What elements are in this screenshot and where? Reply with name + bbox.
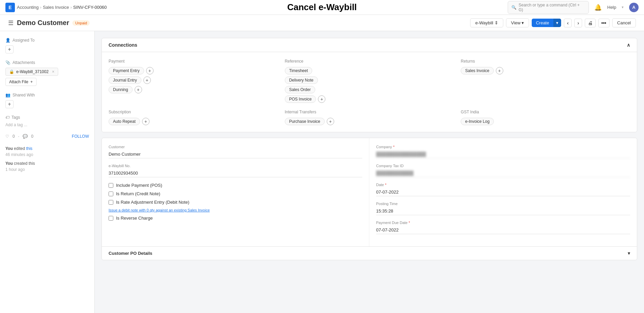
- payment-tags: Payment Entry +: [109, 67, 278, 74]
- conn-tag-timesheet[interactable]: Timesheet: [285, 67, 313, 74]
- connections-panel: Connections ∧ Payment Payment Entry +: [101, 38, 637, 132]
- posting-time-label: Posting Time: [376, 202, 630, 206]
- attachment-item[interactable]: 🔒 e-Waybill_371002 ×: [5, 68, 58, 76]
- add-tag-placeholder[interactable]: Add a tag ...: [5, 122, 89, 127]
- date-value[interactable]: 07-07-2022: [376, 188, 630, 196]
- subscription-tags: Auto Repeat +: [109, 118, 278, 125]
- add-shared-button[interactable]: +: [5, 100, 14, 108]
- payment-section: Payment Payment Entry + Journal Entry + …: [109, 59, 278, 103]
- add-return-button[interactable]: +: [496, 67, 503, 74]
- social-section: ♡ 0 · 💬 0 FOLLOW: [5, 134, 89, 139]
- customer-po-header[interactable]: Customer PO Details ▾: [102, 246, 637, 260]
- conn-tag-dunning[interactable]: Dunning: [109, 86, 133, 93]
- remove-attachment-icon[interactable]: ×: [52, 69, 54, 74]
- shared-icon: 👥: [5, 93, 10, 97]
- view-button[interactable]: View ▾: [506, 18, 529, 27]
- assigned-to-label: 👤 Assigned To: [5, 38, 89, 43]
- help-button[interactable]: Help: [607, 5, 616, 10]
- search-icon: 🔍: [511, 5, 516, 10]
- more-button[interactable]: •••: [598, 19, 610, 27]
- is-reverse-charge-checkbox[interactable]: [109, 216, 113, 221]
- customer-label: Customer: [109, 145, 362, 149]
- conn-tag-purchase-invoice[interactable]: Purchase Invoice: [285, 118, 325, 125]
- add-dunning-button[interactable]: +: [135, 86, 142, 93]
- print-button[interactable]: 🖨: [585, 19, 596, 27]
- app-icon[interactable]: E: [5, 3, 15, 12]
- tags-section: 🏷 Tags Add a tag ...: [5, 115, 89, 127]
- customer-row: Customer Demo Customer: [109, 145, 362, 158]
- top-nav-right: 🔍 Search or type a command (Ctrl + G) 🔔 …: [508, 1, 639, 14]
- doc-actions: e-Waybill ⇕ View ▾ Create ▾ ‹ › 🖨 ••• Ca…: [470, 18, 636, 27]
- modal-title-area: Cancel e-Waybill: [287, 2, 357, 13]
- attach-file-button[interactable]: Attach File +: [5, 78, 37, 86]
- conn-tag-delivery-note[interactable]: Delivery Note: [285, 76, 318, 84]
- breadcrumb-accounting[interactable]: Accounting: [17, 5, 39, 10]
- activity-item-2: You created this 1 hour ago: [5, 160, 89, 173]
- shared-with-label: 👥 Shared With: [5, 93, 89, 97]
- add-internal-transfer-button[interactable]: +: [327, 118, 334, 125]
- conn-tag-auto-repeat[interactable]: Auto Repeat: [109, 118, 140, 125]
- conn-tag-sales-order[interactable]: Sales Order: [285, 86, 315, 93]
- reference-tags-3: Sales Order: [285, 86, 454, 93]
- status-badge: Unpaid: [72, 20, 90, 26]
- conn-tag-journal-entry[interactable]: Journal Entry: [109, 76, 141, 84]
- payment-tags-2: Journal Entry +: [109, 76, 278, 84]
- create-button-arrow[interactable]: ▾: [553, 19, 561, 27]
- breadcrumb-doc-id[interactable]: SINV-CFY-00060: [73, 5, 107, 10]
- is-return-checkbox[interactable]: [109, 192, 113, 196]
- payment-tags-3: Dunning +: [109, 86, 278, 93]
- is-rate-adjustment-checkbox[interactable]: [109, 200, 113, 205]
- include-payment-checkbox[interactable]: [109, 183, 113, 188]
- posting-time-value[interactable]: 15:35:28: [376, 207, 630, 215]
- add-payment-entry-button[interactable]: +: [146, 67, 154, 74]
- payment-due-date-value[interactable]: 07-07-2022: [376, 226, 630, 234]
- connections-collapse-icon[interactable]: ∧: [627, 42, 630, 48]
- is-reverse-charge-row: Is Reverse Charge: [109, 216, 362, 221]
- conn-tag-pos-invoice[interactable]: POS Invoice: [285, 95, 316, 103]
- add-journal-entry-button[interactable]: +: [143, 76, 151, 84]
- notification-icon[interactable]: 🔔: [594, 4, 602, 11]
- create-button-main[interactable]: Create: [532, 19, 553, 27]
- tag-icon: 🏷: [5, 115, 9, 120]
- activity-time-1: 46 minutes ago: [5, 152, 33, 157]
- company-tax-id-value[interactable]: ████████████: [376, 169, 630, 177]
- subscription-title: Subscription: [109, 110, 278, 114]
- next-button[interactable]: ›: [574, 19, 582, 27]
- conn-tag-sales-invoice-return[interactable]: Sales Invoice: [461, 67, 493, 74]
- ewaybill-chevron-icon: ⇕: [495, 20, 498, 25]
- company-tax-id-label: Company Tax ID: [376, 164, 630, 168]
- add-assignee-button[interactable]: +: [5, 45, 14, 53]
- connections-body: Payment Payment Entry + Journal Entry + …: [102, 52, 637, 132]
- breadcrumb-area: E Accounting › Sales Invoice › SINV-CFY-…: [5, 3, 107, 12]
- sidebar: 👤 Assigned To + 📎 Attachments 🔒 e-Waybil…: [0, 31, 95, 313]
- cancel-button[interactable]: Cancel: [612, 18, 636, 27]
- is-return-row: Is Return (Credit Note): [109, 191, 362, 196]
- comment-icon: 💬: [23, 134, 28, 139]
- ewaybill-button[interactable]: e-Waybill ⇕: [470, 18, 503, 27]
- is-reverse-charge-label: Is Reverse Charge: [116, 216, 153, 221]
- follow-button[interactable]: FOLLOW: [72, 134, 89, 139]
- connections-header: Connections ∧: [102, 38, 637, 52]
- activity-item-1: You edited this 46 minutes ago: [5, 146, 89, 158]
- returns-section: Returns Sales Invoice +: [461, 59, 630, 103]
- view-chevron-icon: ▾: [522, 20, 524, 25]
- add-subscription-button[interactable]: +: [142, 118, 150, 125]
- conn-tag-payment-entry[interactable]: Payment Entry: [109, 67, 144, 74]
- reference-tags-2: Delivery Note: [285, 76, 454, 84]
- hamburger-icon[interactable]: ☰: [8, 19, 14, 27]
- likes-count: 0: [13, 134, 15, 139]
- ewaybill-no-value[interactable]: 371002934500: [109, 169, 362, 177]
- prev-button[interactable]: ‹: [564, 19, 572, 27]
- debit-note-hint[interactable]: Issue a debit note with 0 qty against an…: [109, 208, 362, 212]
- modal-title: Cancel e-Waybill: [287, 2, 357, 13]
- date-row: Date * 07-07-2022: [376, 183, 630, 196]
- posting-time-row: Posting Time 15:35:28: [376, 202, 630, 215]
- customer-value[interactable]: Demo Customer: [109, 150, 362, 158]
- avatar[interactable]: A: [629, 3, 639, 12]
- conn-tag-einvoice-log[interactable]: e-Invoice Log: [461, 118, 494, 125]
- add-reference-button[interactable]: +: [318, 95, 325, 103]
- company-value[interactable]: ████████████████: [376, 150, 630, 158]
- search-box[interactable]: 🔍 Search or type a command (Ctrl + G): [508, 1, 589, 14]
- breadcrumb-sales-invoice[interactable]: Sales Invoice: [43, 5, 69, 10]
- gst-india-tags: e-Invoice Log: [461, 118, 630, 125]
